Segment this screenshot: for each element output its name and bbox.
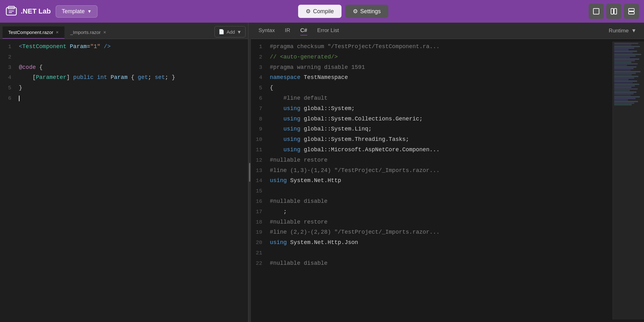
svg-rect-4: [593, 8, 599, 14]
right-code-line-14: 14 using System.Net.Http: [251, 175, 613, 186]
template-button[interactable]: Template ▼: [56, 5, 97, 18]
compile-button[interactable]: ⚙ Compile: [298, 5, 341, 18]
compile-icon: ⚙: [306, 8, 311, 15]
divider-thumb: [249, 163, 250, 182]
layout-split-v-button[interactable]: [606, 4, 621, 19]
add-file-button[interactable]: 📄 Add ▼: [214, 26, 246, 37]
right-code-line-8: 8 using global::System.Collections.Gener…: [251, 114, 613, 124]
compile-label: Compile: [313, 8, 334, 15]
tab-error-list[interactable]: Error List: [317, 26, 339, 36]
close-tab-imports-icon[interactable]: ✕: [103, 30, 106, 35]
right-code-line-19: 19 #line (2,2)-(2,28) "/TestProject/_Imp…: [251, 227, 613, 237]
right-code-area[interactable]: 1 #pragma checksum "/TestProject/TestCom…: [251, 39, 644, 322]
svg-rect-5: [611, 8, 613, 14]
right-code-line-21: 21: [251, 248, 613, 258]
top-bar: .NET Lab Template ▼ ⚙ Compile ⚙ Settings: [0, 0, 644, 23]
add-file-icon: 📄: [219, 29, 225, 35]
template-label: Template: [62, 8, 85, 15]
layout-single-button[interactable]: [589, 4, 604, 19]
code-line-6: 6: [0, 93, 248, 103]
right-code-line-4: 4 namespace TestNamespace: [251, 72, 613, 83]
right-code-line-10: 10 using global::System.Threading.Tasks;: [251, 134, 613, 145]
right-code-line-16: 16 #nullable disable: [251, 196, 613, 207]
layout-split-h-button[interactable]: [624, 4, 639, 19]
tab-imports-label: _Imports.razor: [70, 30, 101, 35]
code-line-2: 2: [0, 52, 248, 62]
runtime-dropdown[interactable]: Runtime ▼: [609, 28, 636, 34]
panel-divider[interactable]: [248, 23, 251, 322]
right-code-line-13: 13 #line (1,3)-(1,24) "/TestProject/_Imp…: [251, 165, 613, 176]
top-bar-center: ⚙ Compile ⚙ Settings: [103, 5, 584, 18]
tab-testcomponent-label: TestComponent.razor: [8, 30, 53, 35]
tab-csharp[interactable]: C#: [300, 26, 307, 36]
code-line-4: 4 [Parameter] public int Param { get; se…: [0, 72, 248, 83]
code-line-1: 1 <TestComponent Param="1" />: [0, 42, 248, 52]
right-tab-bar: Syntax IR C# Error List Runtime ▼: [251, 23, 644, 39]
code-line-5: 5 }: [0, 83, 248, 93]
settings-button[interactable]: ⚙ Settings: [345, 5, 388, 18]
svg-rect-8: [629, 12, 634, 14]
right-code-main: 1 #pragma checksum "/TestProject/TestCom…: [251, 42, 613, 319]
top-bar-right: [589, 4, 639, 19]
right-code-line-7: 7 using global::System;: [251, 103, 613, 114]
settings-icon: ⚙: [353, 8, 358, 15]
right-code-line-17: 17 ;: [251, 207, 613, 217]
left-panel: TestComponent.razor ✕ _Imports.razor ✕ 📄…: [0, 23, 248, 322]
code-line-3: 3 @code {: [0, 62, 248, 73]
logo-area: .NET Lab: [5, 5, 51, 18]
right-code-line-20: 20 using System.Net.Http.Json: [251, 237, 613, 248]
minimap: [613, 42, 644, 319]
right-code-line-12: 12 #nullable restore: [251, 155, 613, 165]
right-code-line-1: 1 #pragma checksum "/TestProject/TestCom…: [251, 42, 613, 52]
right-code-line-3: 3 #pragma warning disable 1591: [251, 62, 613, 73]
app-title: .NET Lab: [21, 7, 51, 15]
right-code-line-5: 5 {: [251, 83, 613, 93]
right-panel: Syntax IR C# Error List Runtime ▼ 1 #pra…: [251, 23, 644, 322]
left-code-area[interactable]: 1 <TestComponent Param="1" /> 2 3 @code …: [0, 39, 248, 322]
right-code-line-15: 15: [251, 186, 613, 196]
left-tab-bar: TestComponent.razor ✕ _Imports.razor ✕ 📄…: [0, 23, 248, 39]
right-code-line-11: 11 using global::Microsoft.AspNetCore.Co…: [251, 145, 613, 155]
add-chevron-icon: ▼: [237, 29, 242, 35]
right-code-line-18: 18 #nullable restore: [251, 217, 613, 227]
close-tab-testcomponent-icon[interactable]: ✕: [56, 30, 59, 35]
svg-rect-7: [629, 8, 634, 11]
tab-testcomponent[interactable]: TestComponent.razor ✕: [3, 26, 64, 39]
right-code-line-6: 6 #line default: [251, 93, 613, 103]
right-code-line-2: 2 // <auto-generated/>: [251, 52, 613, 62]
runtime-label: Runtime: [609, 28, 629, 34]
minimap-content: [613, 42, 644, 107]
tab-imports[interactable]: _Imports.razor ✕: [64, 26, 112, 39]
runtime-chevron-icon: ▼: [631, 28, 636, 34]
tab-syntax[interactable]: Syntax: [258, 26, 275, 36]
svg-rect-6: [614, 8, 617, 14]
main-content: TestComponent.razor ✕ _Imports.razor ✕ 📄…: [0, 23, 644, 322]
tab-ir[interactable]: IR: [285, 26, 290, 36]
right-code-line-9: 9 using global::System.Linq;: [251, 124, 613, 134]
chevron-down-icon: ▼: [87, 9, 92, 14]
add-label: Add: [226, 29, 235, 35]
settings-label: Settings: [360, 8, 381, 15]
right-code-line-22: 22 #nullable disable: [251, 258, 613, 269]
logo-icon: [5, 5, 18, 18]
